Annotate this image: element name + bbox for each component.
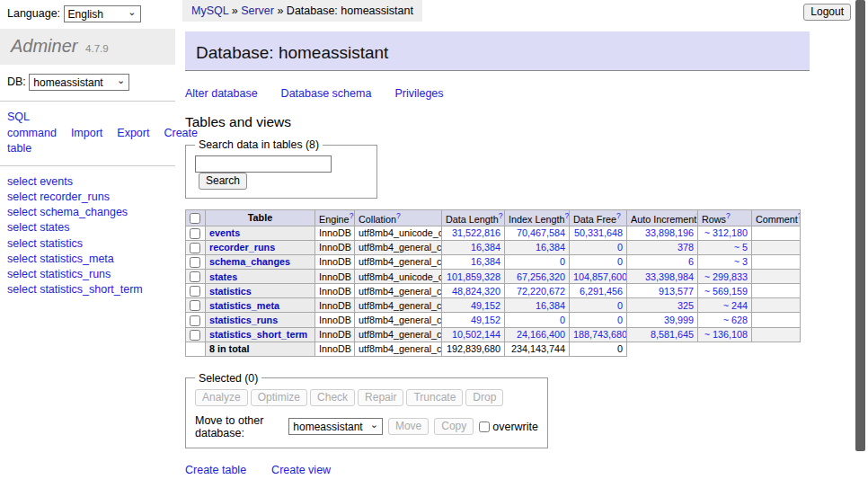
index-length-cell-link[interactable]: 70,467,584 [517, 227, 565, 238]
data-free-cell-link[interactable]: 6,291,456 [580, 286, 623, 297]
table-name-link[interactable]: statistics_short_term [209, 329, 307, 340]
auto-increment-cell-link[interactable]: 39,999 [664, 315, 694, 325]
table-name-link[interactable]: statistics_meta [209, 300, 279, 311]
row-checkbox[interactable] [190, 330, 200, 341]
drop-button[interactable]: Drop [465, 389, 503, 406]
row-checkbox[interactable] [190, 315, 200, 326]
help-icon[interactable]: ? [798, 211, 801, 220]
row-checkbox[interactable] [190, 243, 200, 253]
table-name-link[interactable]: statistics [209, 286, 252, 297]
table-name-link[interactable]: recorder_runs [209, 242, 275, 253]
help-icon[interactable]: ? [499, 211, 503, 220]
sidebar-select-table-link[interactable]: select states [7, 220, 69, 235]
index-length-cell-link[interactable]: 0 [560, 315, 565, 325]
row-checkbox[interactable] [190, 257, 200, 268]
help-icon[interactable]: ? [726, 211, 731, 220]
table-name-link[interactable]: statistics_runs [209, 315, 278, 325]
rows-count-cell-link[interactable]: ~ 3 [734, 256, 748, 267]
rows-count-cell-link[interactable]: ~ 299,833 [704, 271, 748, 282]
rows-count-cell-link[interactable]: ~ 312,180 [704, 227, 748, 238]
data-free-cell-link[interactable]: 0 [617, 256, 623, 267]
sidebar-select-table-link[interactable]: select events [7, 174, 73, 189]
move-database-select[interactable]: homeassistant ⌄ [288, 418, 383, 435]
row-checkbox[interactable] [190, 271, 200, 282]
language-select[interactable]: English ⌄ [64, 5, 141, 22]
table-name-link[interactable]: states [209, 271, 237, 282]
help-icon[interactable]: ? [350, 211, 354, 220]
index-length-cell-link[interactable]: 67,256,320 [517, 271, 565, 282]
data-free-cell-link[interactable]: 50,331,648 [574, 227, 623, 238]
auto-increment-cell-link[interactable]: 33,898,196 [645, 227, 694, 238]
sidebar-action-link[interactable]: SQL command [7, 111, 57, 139]
index-length-cell-link[interactable]: 72,220,672 [517, 286, 565, 297]
data-length-cell-link[interactable]: 31,522,816 [452, 227, 500, 238]
repair-button[interactable]: Repair [358, 389, 403, 406]
check-all-checkbox[interactable] [190, 213, 200, 224]
breadcrumb-link[interactable]: Server [241, 4, 274, 17]
auto-increment-cell-link[interactable]: 33,398,984 [645, 271, 694, 282]
index-length-cell-link[interactable]: 16,384 [536, 242, 565, 253]
rows-count-cell-link[interactable]: ~ 569,159 [704, 286, 748, 297]
rows-count-cell-link[interactable]: ~ 244 [723, 300, 748, 311]
breadcrumb-link[interactable]: MySQL [191, 4, 228, 17]
copy-button[interactable]: Copy [434, 418, 474, 435]
data-length-cell-link[interactable]: 48,824,320 [452, 286, 500, 297]
data-free-cell-link[interactable]: 0 [617, 242, 623, 253]
truncate-button[interactable]: Truncate [406, 389, 463, 406]
sidebar-select-table-link[interactable]: select statistics_meta [7, 252, 114, 266]
index-length-cell-link[interactable]: 24,166,400 [517, 329, 565, 340]
table-name-link[interactable]: events [209, 227, 240, 238]
data-free-cell-link[interactable]: 104,857,600 [573, 271, 627, 282]
data-length-cell-link[interactable]: 49,152 [471, 315, 500, 325]
data-length-cell-link[interactable]: 10,502,144 [452, 329, 500, 340]
sidebar-action-link[interactable]: Export [117, 127, 149, 139]
data-length-cell-link[interactable]: 101,859,328 [447, 271, 500, 282]
move-button[interactable]: Move [388, 418, 429, 435]
auto-increment-cell-link[interactable]: 8,581,645 [651, 329, 694, 340]
sidebar-action-link[interactable]: Import [71, 127, 102, 139]
help-icon[interactable]: ? [564, 211, 569, 220]
auto-increment-cell-link[interactable]: 378 [678, 242, 694, 253]
create-view-link[interactable]: Create view [271, 464, 331, 476]
optimize-button[interactable]: Optimize [251, 389, 307, 406]
data-length-cell-link[interactable]: 49,152 [471, 300, 500, 311]
row-checkbox[interactable] [190, 286, 200, 297]
auto-increment-cell-link[interactable]: 325 [678, 300, 694, 311]
help-icon[interactable]: ? [396, 211, 401, 220]
data-free-cell-link[interactable]: 188,743,680 [573, 329, 627, 340]
database-link[interactable]: Database schema [281, 87, 372, 100]
sidebar-select-table-link[interactable]: select statistics [7, 236, 83, 251]
check-button[interactable]: Check [310, 389, 355, 406]
db-select[interactable]: homeassistant ⌄ [29, 74, 129, 91]
rows-count-cell-link[interactable]: ~ 628 [723, 315, 748, 325]
data-free-cell-link[interactable]: 0 [617, 300, 623, 311]
row-checkbox[interactable] [190, 228, 200, 239]
sidebar-select-table-link[interactable]: select recorder_runs [7, 190, 110, 204]
help-icon[interactable]: ? [616, 211, 621, 220]
data-free-cell-link[interactable]: 0 [617, 315, 623, 325]
auto-increment-cell-link[interactable]: 6 [688, 256, 694, 267]
index-length-cell-link[interactable]: 0 [560, 256, 565, 267]
create-table-link[interactable]: Create table [185, 464, 246, 476]
rows-count-cell-link[interactable]: ~ 136,108 [704, 329, 748, 340]
logout-button[interactable]: Logout [803, 4, 851, 21]
auto-increment-cell-link[interactable]: 913,577 [659, 286, 694, 297]
database-link[interactable]: Privileges [394, 87, 443, 100]
sidebar-select-table-link[interactable]: select statistics_short_term [7, 282, 143, 297]
analyze-button[interactable]: Analyze [195, 389, 248, 406]
row-checkbox[interactable] [190, 300, 200, 311]
sidebar-select-table-link[interactable]: select schema_changes [7, 205, 128, 219]
table-name-link[interactable]: schema_changes [209, 256, 290, 267]
sidebar-select-table-link[interactable]: select statistics_runs [7, 267, 111, 281]
search-input[interactable] [195, 155, 332, 173]
data-length-cell-link[interactable]: 16,384 [471, 242, 500, 253]
overwrite-checkbox[interactable] [479, 421, 490, 432]
search-button[interactable]: Search [199, 173, 247, 190]
rows-count-cell-link[interactable]: ~ 5 [734, 242, 748, 253]
check-all-cell [186, 210, 206, 226]
scrollbar-thumb[interactable] [855, 0, 865, 451]
comment-cell [752, 327, 801, 342]
database-link[interactable]: Alter database [185, 87, 258, 100]
index-length-cell-link[interactable]: 16,384 [536, 300, 565, 311]
data-length-cell-link[interactable]: 16,384 [471, 256, 500, 267]
